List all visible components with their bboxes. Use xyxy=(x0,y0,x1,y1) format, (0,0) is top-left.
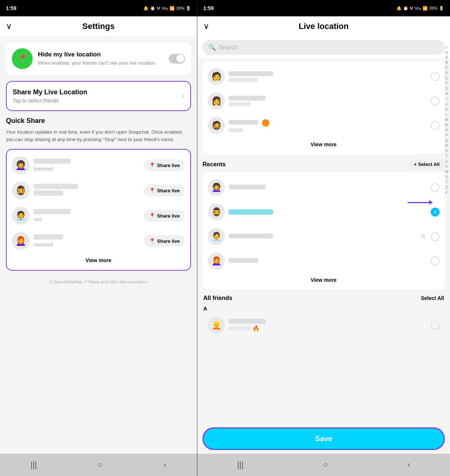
all-friends-select-all[interactable]: Select All xyxy=(421,295,444,301)
alpha-k[interactable]: K xyxy=(445,107,449,112)
alpha-a[interactable]: A xyxy=(445,55,449,60)
left-status-icons: 🔔 ⏰ M Vo₂ 📶 39% 🔋 xyxy=(143,6,191,11)
alpha-g[interactable]: G xyxy=(445,86,449,91)
top-friend-radio-3[interactable] xyxy=(431,121,440,130)
pin-icon-3: 📍 xyxy=(149,213,155,219)
share-live-label-2: Share live xyxy=(157,188,180,193)
recent-friend-radio-3[interactable] xyxy=(431,232,440,241)
right-phone-panel: 1:59 🔔 ⏰ M Vo₂ 📶 39% 🔋 ∨ Live location 🔍… xyxy=(197,0,450,476)
alpha-t[interactable]: T xyxy=(445,154,449,159)
share-live-btn-3[interactable]: 📍 Share live xyxy=(144,210,185,222)
search-bar[interactable]: 🔍 Search xyxy=(203,40,445,55)
share-live-label-3: Share live xyxy=(157,213,180,219)
recent-friend-name-2-highlighted xyxy=(229,209,273,215)
recents-title: Recents xyxy=(203,161,226,168)
hide-location-label: Hide my live location xyxy=(38,51,156,58)
recent-friend-row-1 xyxy=(203,175,445,200)
view-more-recents[interactable]: View more xyxy=(203,273,445,287)
share-live-label-4: Share live xyxy=(157,238,180,244)
alpha-hash[interactable]: # xyxy=(445,190,449,195)
recent-friend-radio-4[interactable] xyxy=(431,257,440,265)
alpha-y[interactable]: Y xyxy=(445,180,449,185)
alpha-w[interactable]: W xyxy=(445,169,449,174)
alpha-s[interactable]: S xyxy=(445,149,449,153)
right-back-chevron[interactable]: ∨ xyxy=(203,22,209,31)
top-friend-name-1 xyxy=(229,71,273,76)
gmail-icon: M xyxy=(157,6,160,10)
alpha-c[interactable]: C xyxy=(445,65,449,70)
top-friend-info-3 xyxy=(229,119,427,132)
hide-location-text: Hide my live location When enabled, your… xyxy=(38,51,156,66)
all-friend-radio-1[interactable] xyxy=(431,321,440,330)
alpha-b[interactable]: B xyxy=(445,60,449,65)
alpha-x[interactable]: X xyxy=(445,175,449,179)
top-friend-sub-1 xyxy=(229,78,258,82)
alpha-f[interactable]: F xyxy=(445,81,449,86)
pin-icon-2: 📍 xyxy=(149,188,155,193)
top-friend-radio-1[interactable] xyxy=(431,72,440,81)
left-nav-menu[interactable]: ||| xyxy=(30,460,37,470)
left-time: 1:59 xyxy=(6,5,16,11)
alpha-e[interactable]: E xyxy=(445,76,449,81)
right-page-title: Live location xyxy=(299,22,349,31)
alpha-j[interactable]: J xyxy=(445,102,449,107)
recent-friend-radio-2[interactable]: ✓ xyxy=(431,208,440,216)
alpha-m[interactable]: M xyxy=(445,117,449,122)
share-live-btn-4[interactable]: 📍 Share live xyxy=(144,235,185,247)
alpha-l[interactable]: L xyxy=(445,112,449,117)
footer-text: © OpenStreetMap, © Maxar and other data … xyxy=(49,280,145,284)
alpha-i[interactable]: I xyxy=(445,97,449,101)
alpha-z[interactable]: Z xyxy=(445,185,449,190)
right-screen-content: View more Recents + Select All xyxy=(197,58,450,424)
right-status-bar: 1:59 🔔 ⏰ M Vo₂ 📶 39% 🔋 xyxy=(197,0,450,16)
orange-badge-3 xyxy=(262,119,269,127)
share-location-text: Share My Live Location Tap to select fri… xyxy=(13,88,87,104)
top-friend-row-1 xyxy=(203,64,445,89)
recent-friend-name-4 xyxy=(229,258,258,263)
r-gmail-icon: M xyxy=(410,6,413,10)
alpha-circle[interactable]: ◎ xyxy=(445,50,449,55)
alpha-o[interactable]: O xyxy=(445,128,449,133)
alarm-icon: ⏰ xyxy=(150,6,155,11)
hide-location-toggle[interactable] xyxy=(169,54,185,63)
recent-friend-radio-1[interactable] xyxy=(431,183,440,192)
alpha-v[interactable]: V xyxy=(445,164,449,169)
alpha-d[interactable]: D xyxy=(445,71,449,75)
recent-friend-row-2: ✓ xyxy=(203,200,445,224)
right-nav-menu[interactable]: ||| xyxy=(237,460,243,470)
recent-friend-time-3: · 7h xyxy=(418,234,427,239)
left-footer: © OpenStreetMap, © Maxar and other data … xyxy=(6,277,191,286)
search-icon: 🔍 xyxy=(208,44,216,51)
alpha-p[interactable]: P xyxy=(445,133,449,138)
view-more-top[interactable]: View more xyxy=(203,138,445,151)
save-button[interactable]: Save xyxy=(203,427,445,450)
top-friend-sub-2 xyxy=(229,102,251,106)
alpha-r[interactable]: R xyxy=(445,143,449,148)
search-placeholder: Search xyxy=(219,44,238,51)
right-nav-back[interactable]: ‹ xyxy=(408,460,410,470)
alpha-q[interactable]: Q xyxy=(445,138,449,143)
share-live-btn-2[interactable]: 📍 Share live xyxy=(144,185,185,196)
top-friend-name-row-3 xyxy=(229,119,427,127)
recents-card: ✓ · 7h View more xyxy=(203,172,445,290)
left-back-chevron[interactable]: ∨ xyxy=(6,22,12,31)
friend-name-blur-3 xyxy=(33,209,71,214)
top-friend-radio-2[interactable] xyxy=(431,97,440,105)
all-friend-sub-blur-1 xyxy=(229,326,251,330)
left-nav-home[interactable]: ○ xyxy=(98,460,103,470)
alpha-sidebar: ☺ ◎ A B C D E F G H I J K L M N O P Q R … xyxy=(445,45,449,195)
alpha-u[interactable]: U xyxy=(445,159,449,164)
recent-friend-info-1 xyxy=(229,185,427,190)
share-live-btn-1[interactable]: 📍 Share live xyxy=(144,159,185,171)
top-friend-avatar-1 xyxy=(208,68,225,85)
alpha-smiley[interactable]: ☺ xyxy=(445,45,449,49)
recent-friend-info-4 xyxy=(229,258,427,264)
right-nav-home[interactable]: ○ xyxy=(323,460,328,470)
recents-select-all[interactable]: + Select All xyxy=(409,159,445,169)
alpha-h[interactable]: H xyxy=(445,91,449,96)
view-more-quick-share[interactable]: View more xyxy=(7,254,190,267)
left-nav-back[interactable]: ‹ xyxy=(164,460,166,470)
alpha-n[interactable]: N xyxy=(445,123,449,127)
left-nav-bar: ||| ○ ‹ xyxy=(0,454,197,476)
share-location-card[interactable]: Share My Live Location Tap to select fri… xyxy=(6,81,191,111)
